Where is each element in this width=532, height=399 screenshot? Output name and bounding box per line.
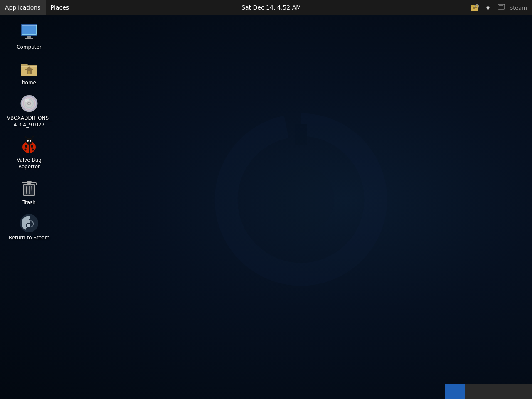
network-tray-icon[interactable] bbox=[482, 2, 494, 13]
vboxadditions-icon-image bbox=[19, 94, 39, 113]
background-logo bbox=[214, 112, 388, 287]
steam-tray-label[interactable]: steam bbox=[509, 5, 529, 11]
svg-rect-18 bbox=[22, 25, 37, 26]
valve-bug-reporter-icon-label: Valve Bug Reporter bbox=[6, 157, 52, 170]
trash-icon-image bbox=[19, 178, 39, 198]
file-manager-tray-icon[interactable] bbox=[469, 2, 480, 13]
bottom-right-widget bbox=[445, 384, 532, 399]
svg-point-43 bbox=[33, 136, 34, 137]
desktop: Applications Places Sat Dec 14, 4:52 AM bbox=[0, 0, 532, 399]
svg-rect-15 bbox=[22, 25, 36, 34]
applications-menu[interactable]: Applications bbox=[0, 0, 46, 15]
trash-icon-label: Trash bbox=[22, 200, 36, 206]
svg-point-42 bbox=[25, 136, 26, 137]
computer-icon-label: Computer bbox=[17, 44, 42, 51]
svg-rect-1 bbox=[295, 124, 307, 145]
svg-rect-6 bbox=[473, 8, 475, 9]
taskbar-center: Sat Dec 14, 4:52 AM bbox=[74, 4, 468, 11]
svg-line-8 bbox=[478, 7, 479, 8]
vboxadditions-icon-label: VBOXADDITIONS_4.3.4_91027 bbox=[6, 115, 52, 128]
home-icon[interactable]: home bbox=[4, 57, 54, 88]
return-to-steam-icon-label: Return to Steam bbox=[9, 235, 49, 241]
computer-icon[interactable]: Computer bbox=[4, 21, 54, 52]
places-menu[interactable]: Places bbox=[46, 0, 74, 15]
clock: Sat Dec 14, 4:52 AM bbox=[241, 4, 301, 11]
widget-blue bbox=[445, 384, 466, 399]
svg-rect-10 bbox=[498, 4, 505, 9]
svg-rect-4 bbox=[471, 5, 474, 7]
widget-gray bbox=[466, 384, 532, 399]
svg-rect-24 bbox=[21, 66, 37, 67]
return-to-steam-icon-image bbox=[19, 213, 39, 233]
svg-point-38 bbox=[25, 149, 27, 151]
valve-bug-reporter-icon[interactable]: Valve Bug Reporter bbox=[4, 134, 54, 172]
svg-rect-51 bbox=[27, 181, 31, 183]
svg-point-36 bbox=[25, 145, 27, 148]
svg-point-44 bbox=[27, 140, 29, 142]
svg-point-37 bbox=[31, 145, 33, 148]
home-icon-image bbox=[19, 58, 39, 78]
bottom-bar bbox=[0, 384, 532, 399]
svg-point-31 bbox=[28, 103, 30, 105]
valve-bug-reporter-icon-image bbox=[19, 135, 39, 155]
computer-icon-image bbox=[19, 22, 39, 42]
home-icon-label: home bbox=[22, 80, 36, 86]
trash-icon[interactable]: Trash bbox=[4, 176, 54, 208]
taskbar-left: Applications Places bbox=[0, 0, 74, 15]
taskbar-right: steam bbox=[469, 2, 532, 13]
svg-point-54 bbox=[27, 224, 30, 227]
svg-point-45 bbox=[30, 140, 31, 142]
svg-rect-17 bbox=[25, 38, 33, 39]
steam-chat-tray-icon[interactable] bbox=[495, 2, 507, 13]
return-to-steam-icon[interactable]: Return to Steam bbox=[4, 212, 54, 243]
taskbar: Applications Places Sat Dec 14, 4:52 AM bbox=[0, 0, 532, 15]
desktop-icons-container: Computer home bbox=[4, 21, 54, 243]
svg-point-0 bbox=[268, 166, 334, 233]
svg-point-9 bbox=[487, 9, 488, 10]
vboxadditions-icon[interactable]: VBOXADDITIONS_4.3.4_91027 bbox=[4, 92, 54, 130]
svg-point-39 bbox=[32, 149, 34, 151]
svg-rect-23 bbox=[28, 71, 30, 74]
svg-rect-52 bbox=[24, 185, 34, 195]
